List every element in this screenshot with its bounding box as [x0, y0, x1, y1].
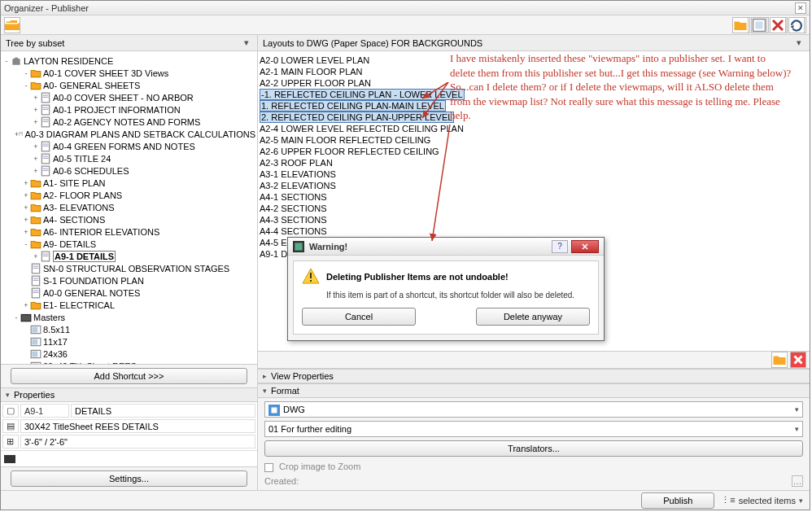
- folder-open-icon[interactable]: [4, 17, 20, 33]
- dialog-help-button[interactable]: ?: [552, 240, 568, 253]
- publisher-item-label: A4-3 SECTIONS: [260, 215, 327, 225]
- publisher-set-dropdown[interactable]: Layouts to DWG (Paper Space) FOR BACKGRO…: [258, 35, 810, 50]
- tree-item-label[interactable]: 8.5x11: [43, 325, 70, 335]
- properties-header[interactable]: ▾ Properties: [1, 387, 257, 402]
- svg-rect-22: [43, 157, 49, 158]
- tree-item-label[interactable]: A0-2 AGENCY NOTES AND FORMS: [53, 117, 200, 127]
- svg-rect-12: [43, 119, 49, 120]
- publisher-item[interactable]: A3-1 ELEVATIONS: [260, 168, 808, 180]
- window-close-button[interactable]: ✕: [795, 2, 806, 14]
- sheet-icon: [30, 276, 41, 286]
- organizer-window: Organizer - Publisher ✕ Tree by subset ▾…: [0, 0, 810, 510]
- tree-item-label[interactable]: 24x36: [43, 349, 68, 359]
- tree-item-label[interactable]: A2- FLOOR PLANS: [43, 190, 122, 200]
- layout-tree[interactable]: -LAYTON RESIDENCE-A0-1 COVER SHEET 3D Vi…: [1, 51, 257, 364]
- format-header[interactable]: ▾ Format: [258, 383, 810, 398]
- publisher-item[interactable]: A2-4 LOWER LEVEL REFLECTED CEILING PLAN: [260, 123, 808, 134]
- expand-toggle[interactable]: -: [22, 69, 30, 77]
- sheet-icon: [40, 166, 51, 176]
- new-folder-icon[interactable]: [732, 17, 749, 33]
- expand-toggle[interactable]: -: [12, 313, 20, 322]
- tree-item-label[interactable]: A0-5 TITLE 24: [53, 154, 111, 164]
- tree-item-label[interactable]: A0-0 COVER SHEET - NO ARBOR: [53, 93, 194, 103]
- tree-item-label[interactable]: A0-6 SCHEDULES: [53, 166, 129, 176]
- publish-scope-dropdown[interactable]: ⋮≡ selected items ▾: [721, 495, 803, 505]
- color-swatch[interactable]: [4, 455, 15, 463]
- chevron-down-icon: ▾: [795, 405, 799, 414]
- expand-toggle[interactable]: +: [22, 228, 30, 236]
- publisher-item[interactable]: A4-3 SECTIONS: [260, 214, 808, 225]
- expand-toggle[interactable]: +: [22, 179, 30, 187]
- publisher-item[interactable]: A3-2 ELEVATIONS: [260, 180, 808, 191]
- expand-toggle[interactable]: +: [22, 203, 30, 212]
- view-properties-header[interactable]: ▸ View Properties: [258, 369, 810, 383]
- tree-item-label[interactable]: S-1 FOUNDATION PLAN: [43, 276, 144, 286]
- expand-toggle[interactable]: +: [22, 191, 30, 199]
- publisher-item[interactable]: A4-1 SECTIONS: [260, 191, 808, 203]
- refresh-icon[interactable]: [788, 17, 805, 33]
- publisher-item-label: A4-4 SECTIONS: [260, 226, 327, 236]
- publisher-item[interactable]: A4-2 SECTIONS: [260, 203, 808, 214]
- tree-item-label[interactable]: A9-1 DETAILS: [53, 251, 116, 262]
- tree-root-label[interactable]: LAYTON RESIDENCE: [24, 56, 113, 66]
- tree-item-label[interactable]: A0-0 GENERAL NOTES: [43, 288, 140, 298]
- crop-checkbox[interactable]: [264, 463, 273, 472]
- delete-x-icon[interactable]: [790, 352, 806, 368]
- tree-item-label[interactable]: SN-0 STRUCTURAL OBSERVATION STAGES: [43, 264, 229, 274]
- format-type-dropdown[interactable]: DWG ▾: [264, 401, 803, 418]
- settings-button[interactable]: Settings...: [11, 470, 248, 487]
- tree-item-label[interactable]: A0-1 PROJECT INFORMATION: [53, 105, 181, 115]
- browse-icon[interactable]: …: [792, 475, 803, 487]
- expand-toggle[interactable]: +: [32, 252, 40, 260]
- tree-item-label[interactable]: A0-3 DIAGRAM PLANS AND SETBACK CALCULATI…: [25, 129, 255, 139]
- delete-icon[interactable]: [770, 17, 786, 33]
- tree-item-label[interactable]: Masters: [33, 313, 65, 322]
- dialog-message-secondary: If this item is part of a shortcut, its …: [326, 291, 590, 300]
- layout-icon: [30, 349, 41, 359]
- tree-item-label[interactable]: A9- DETAILS: [43, 239, 96, 249]
- add-shortcut-button[interactable]: Add Shortcut >>>: [11, 368, 248, 384]
- expand-toggle[interactable]: +: [22, 216, 30, 224]
- svg-rect-33: [33, 278, 39, 278]
- tree-item-label[interactable]: A6- INTERIOR ELEVATIONS: [43, 227, 159, 237]
- svg-rect-99: [295, 243, 302, 250]
- tree-item-label[interactable]: A4- SECTIONS: [43, 215, 105, 225]
- publisher-item[interactable]: A2-5 MAIN FLOOR REFLECTED CEILING: [260, 134, 808, 146]
- publisher-item-label: A2-0 LOWER LEVEL PLAN: [260, 55, 369, 65]
- expand-toggle[interactable]: +: [32, 118, 40, 126]
- svg-rect-6: [43, 94, 49, 95]
- tree-item-label[interactable]: A0-1 COVER SHEET 3D Views: [43, 68, 168, 78]
- publisher-item[interactable]: A2-3 ROOF PLAN: [260, 157, 808, 168]
- tree-item-label[interactable]: A0-4 GREEN FORMS AND NOTES: [53, 142, 195, 151]
- expand-toggle[interactable]: +: [32, 155, 40, 163]
- publish-button[interactable]: Publish: [641, 492, 714, 509]
- folder-icon[interactable]: [771, 352, 788, 368]
- publisher-item-label: 1. REFLECTED CEILING PLAN-MAIN LEVEL: [260, 100, 446, 112]
- expand-toggle[interactable]: +: [22, 301, 30, 309]
- translator-preset-dropdown[interactable]: 01 For further editing ▾: [264, 421, 803, 437]
- expand-toggle[interactable]: -: [2, 57, 11, 65]
- tree-item-label[interactable]: 11x17: [43, 337, 68, 347]
- publisher-item[interactable]: A2-6 UPPER FLOOR REFLECTED CEILING: [260, 146, 808, 157]
- expand-toggle[interactable]: +: [32, 94, 40, 102]
- expand-toggle[interactable]: -: [22, 81, 30, 90]
- cancel-button[interactable]: Cancel: [302, 308, 416, 326]
- tree-mode-dropdown[interactable]: Tree by subset ▾: [1, 35, 258, 50]
- layout-icon-button[interactable]: [751, 17, 767, 33]
- tree-item-label[interactable]: A0- GENERAL SHEETS: [43, 81, 140, 90]
- dialog-close-button[interactable]: [571, 240, 599, 253]
- tree-item-label[interactable]: E1- ELECTRICAL: [43, 300, 115, 310]
- tree-item-label[interactable]: A3- ELEVATIONS: [43, 203, 115, 212]
- expand-toggle[interactable]: +: [32, 106, 40, 114]
- expand-toggle[interactable]: -: [22, 240, 30, 248]
- translators-button[interactable]: Translators...: [264, 440, 803, 457]
- publisher-item[interactable]: A4-4 SECTIONS: [260, 225, 808, 237]
- expand-toggle[interactable]: +: [32, 142, 40, 151]
- publisher-item-label: A3-2 ELEVATIONS: [260, 181, 336, 190]
- folder-icon: [30, 239, 41, 249]
- delete-anyway-button[interactable]: Delete anyway: [476, 308, 590, 326]
- expand-toggle[interactable]: +: [32, 167, 40, 175]
- tree-item-label[interactable]: A1- SITE PLAN: [43, 178, 105, 188]
- svg-rect-26: [41, 252, 49, 261]
- dwg-icon: [268, 405, 280, 414]
